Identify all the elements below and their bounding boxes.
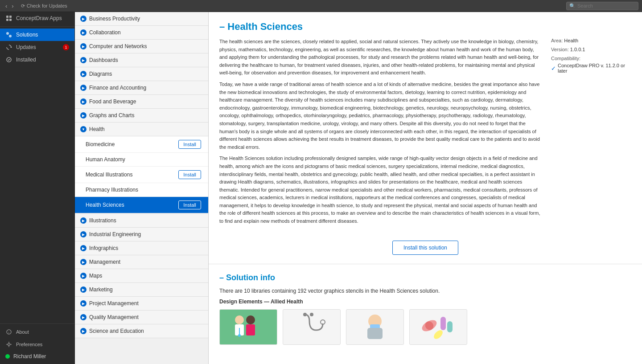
installed-icon: [5, 56, 12, 63]
category-maps[interactable]: ▶ Maps: [75, 269, 208, 283]
category-marketing-label: Marketing: [89, 286, 113, 293]
sub-human-anatomy-label: Human Anatomy: [86, 156, 125, 163]
category-management-label: Management: [89, 259, 120, 265]
category-quality[interactable]: ▶ Quality Management: [75, 311, 208, 324]
sidebar-about-label: About: [16, 329, 29, 335]
biomedicine-install-btn[interactable]: Install: [178, 140, 201, 149]
svg-point-17: [238, 334, 241, 337]
category-dashboards-label: Dashboards: [89, 57, 118, 63]
sidebar-item-updates[interactable]: Updates 1: [0, 41, 74, 53]
svg-rect-29: [440, 317, 446, 330]
cat-arrow-health: ▼: [80, 126, 86, 132]
cat-arrow-collab: ▶: [80, 29, 86, 36]
cat-arrow-maps: ▶: [80, 273, 86, 279]
search-bar[interactable]: 🔍: [566, 2, 638, 10]
cat-arrow-marketing: ▶: [80, 286, 86, 293]
sub-medical-illustrations[interactable]: Medical Illustrations Install: [75, 167, 208, 183]
cat-arrow-quality: ▶: [80, 314, 86, 320]
svg-text:i: i: [8, 331, 9, 335]
thumbnail-4: [409, 309, 467, 345]
category-diagrams[interactable]: ▶ Diagrams: [75, 67, 208, 81]
category-science-label: Science and Education: [89, 328, 144, 334]
svg-point-5: [9, 35, 12, 37]
refresh-icon: ⟳: [21, 3, 25, 9]
compatibility-row: Compatibility: ✓ ConceptDraw PRO v. 11.2…: [551, 56, 631, 74]
app-icon: [5, 15, 12, 22]
sub-human-anatomy[interactable]: Human Anatomy: [75, 153, 208, 167]
sub-pharmacy-illustrations-label: Pharmacy Illustrations: [86, 187, 138, 193]
sub-biomedicine[interactable]: Biomedicine Install: [75, 136, 208, 153]
preferences-icon: [5, 341, 12, 348]
svg-rect-0: [6, 16, 8, 18]
sidebar-item-solutions[interactable]: Solutions: [0, 29, 74, 41]
health-subcategories: Biomedicine Install Human Anatomy Medica…: [75, 136, 208, 214]
cat-arrow-graphs: ▶: [80, 112, 86, 119]
sidebar-item-about[interactable]: i About: [0, 326, 74, 338]
svg-marker-6: [10, 46, 12, 48]
svg-rect-25: [367, 328, 383, 339]
category-food-label: Food and Beverage: [89, 98, 136, 105]
install-solution-button[interactable]: Install this solution: [392, 241, 458, 255]
cat-arrow-food: ▶: [80, 98, 86, 105]
category-food[interactable]: ▶ Food and Beverage: [75, 95, 208, 109]
category-industrial-label: Industrial Engineering: [89, 231, 141, 237]
sidebar-item-preferences[interactable]: Preferences: [0, 338, 74, 351]
design-elements-label: Design Elements — Allied Health: [219, 299, 631, 305]
sub-health-sciences[interactable]: Health Sciences Install: [75, 197, 208, 213]
category-business-label: Business Productivity: [89, 16, 140, 22]
sidebar-solutions-label: Solutions: [16, 32, 38, 38]
cat-arrow-dashboards: ▶: [80, 57, 86, 63]
about-icon: i: [5, 328, 12, 335]
thumbnail-3: [346, 309, 404, 345]
sidebar-bottom: i About Preferences Richard Miller: [0, 323, 74, 364]
updates-icon: [5, 44, 12, 51]
category-industrial[interactable]: ▶ Industrial Engineering: [75, 228, 208, 241]
main-layout: ConceptDraw Apps Solutions Updates 1: [0, 12, 642, 364]
cat-arrow-business: ▶: [80, 16, 86, 22]
category-science[interactable]: ▶ Science and Education: [75, 324, 208, 338]
category-marketing[interactable]: ▶ Marketing: [75, 283, 208, 297]
svg-point-4: [6, 32, 9, 35]
updates-badge: 1: [63, 44, 69, 50]
svg-point-12: [235, 315, 244, 324]
cat-arrow-illustrations: ▶: [80, 217, 86, 224]
category-graphs[interactable]: ▶ Graphs and Charts: [75, 109, 208, 123]
category-infographics-label: Infographics: [89, 245, 118, 251]
category-computer[interactable]: ▶ Computer and Networks: [75, 40, 208, 53]
category-collaboration[interactable]: ▶ Collaboration: [75, 26, 208, 40]
category-dashboards[interactable]: ▶ Dashboards: [75, 53, 208, 67]
category-finance[interactable]: ▶ Finance and Accounting: [75, 81, 208, 95]
category-graphs-label: Graphs and Charts: [89, 112, 134, 119]
cat-arrow-industrial: ▶: [80, 231, 86, 237]
thumbnail-2: [283, 309, 341, 345]
category-health[interactable]: ▼ Health: [75, 123, 208, 136]
version-value: 1.0.0.1: [570, 47, 585, 52]
category-infographics[interactable]: ▶ Infographics: [75, 241, 208, 255]
category-computer-label: Computer and Networks: [89, 43, 147, 49]
area-label: Area:: [551, 38, 563, 43]
sidebar-installed-label: Installed: [16, 57, 36, 63]
category-management[interactable]: ▶ Management: [75, 255, 208, 269]
medical-illustrations-install-btn[interactable]: Install: [178, 170, 201, 179]
sub-pharmacy-illustrations[interactable]: Pharmacy Illustrations: [75, 183, 208, 197]
health-sciences-install-btn[interactable]: Install: [178, 200, 201, 209]
area-row: Area: Health: [551, 38, 631, 43]
section-title: – Health Sciences: [219, 21, 631, 33]
category-illustrations[interactable]: ▶ Illustrations: [75, 214, 208, 228]
main-content: – Health Sciences The health sciences ar…: [209, 12, 642, 364]
compatibility-label: Compatibility:: [551, 56, 631, 61]
category-quality-label: Quality Management: [89, 314, 139, 320]
back-button[interactable]: ‹: [4, 2, 9, 10]
user-item: Richard Miller: [0, 351, 74, 362]
forward-button[interactable]: ›: [10, 2, 15, 10]
sidebar-item-installed[interactable]: Installed: [0, 53, 74, 66]
sidebar: ConceptDraw Apps Solutions Updates 1: [0, 12, 75, 364]
category-business[interactable]: ▶ Business Productivity: [75, 12, 208, 26]
cat-arrow-infographics: ▶: [80, 245, 86, 251]
category-project[interactable]: ▶ Project Management: [75, 297, 208, 311]
desc-paragraph-3: The Health Sciences solution including p…: [219, 155, 542, 225]
check-updates-button[interactable]: ⟳ Check for Updates: [18, 2, 70, 10]
sidebar-item-app[interactable]: ConceptDraw Apps: [0, 12, 74, 25]
search-input[interactable]: [577, 3, 635, 8]
sub-biomedicine-label: Biomedicine: [86, 141, 115, 147]
